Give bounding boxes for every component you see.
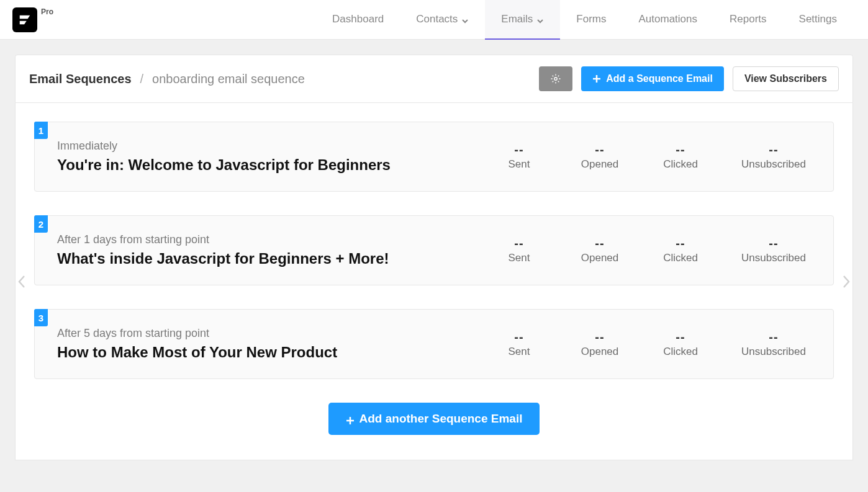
sequence-title: You're in: Welcome to Javascript for Beg… xyxy=(57,156,482,174)
stat-value: -- xyxy=(494,143,544,157)
stat-label: Clicked xyxy=(656,252,705,264)
sequence-number-badge: 1 xyxy=(34,122,48,139)
sequence-timing: Immediately xyxy=(57,140,482,153)
stat-unsubscribed: -- Unsubscribed xyxy=(736,143,811,171)
stat-opened: -- Opened xyxy=(575,330,625,358)
sequence-number-badge: 2 xyxy=(34,215,48,233)
main-nav: Dashboard Contacts Emails Forms Automati… xyxy=(316,0,853,40)
sequence-title: How to Make Most of Your New Product xyxy=(57,344,482,361)
add-sequence-email-button[interactable]: Add a Sequence Email xyxy=(581,66,724,91)
stat-value: -- xyxy=(656,143,705,157)
view-subscribers-button[interactable]: View Subscribers xyxy=(733,66,839,91)
stat-label: Unsubscribed xyxy=(736,346,811,358)
pro-badge: Pro xyxy=(41,7,53,16)
stat-value: -- xyxy=(656,236,705,251)
stat-value: -- xyxy=(656,330,705,344)
stat-value: -- xyxy=(736,143,811,157)
button-label: Add another Sequence Email xyxy=(359,412,523,426)
stat-value: -- xyxy=(494,236,544,251)
stat-clicked: -- Clicked xyxy=(656,330,705,358)
sequence-info: After 1 days from starting point What's … xyxy=(57,233,482,267)
gear-icon xyxy=(550,73,561,84)
stat-label: Sent xyxy=(494,346,544,358)
plus-icon xyxy=(592,74,601,83)
chevron-right-icon xyxy=(841,274,851,289)
logo-icon xyxy=(18,13,32,27)
chevron-down-icon xyxy=(536,16,544,23)
nav-label: Settings xyxy=(799,13,837,25)
stat-sent: -- Sent xyxy=(494,236,544,264)
nav-contacts[interactable]: Contacts xyxy=(400,0,485,40)
page-body: Email Sequences / onboarding email seque… xyxy=(0,40,868,475)
button-label: Add a Sequence Email xyxy=(606,73,713,84)
nav-reports[interactable]: Reports xyxy=(713,0,783,40)
stat-label: Sent xyxy=(494,252,544,264)
stat-sent: -- Sent xyxy=(494,330,544,358)
nav-emails[interactable]: Emails xyxy=(485,0,560,40)
sequence-email-card[interactable]: 1 Immediately You're in: Welcome to Java… xyxy=(34,122,834,192)
sequence-email-card[interactable]: 2 After 1 days from starting point What'… xyxy=(34,215,834,285)
footer-action: Add another Sequence Email xyxy=(34,403,834,435)
prev-arrow[interactable] xyxy=(14,274,29,289)
sequence-timing: After 1 days from starting point xyxy=(57,233,482,246)
stat-value: -- xyxy=(575,330,625,344)
sequence-info: After 5 days from starting point How to … xyxy=(57,327,482,361)
top-nav: Pro Dashboard Contacts Emails Forms Auto… xyxy=(0,0,868,40)
sequence-stats: -- Sent -- Opened -- Clicked -- Unsubscr… xyxy=(494,236,811,264)
nav-label: Contacts xyxy=(416,13,458,25)
sequence-email-card[interactable]: 3 After 5 days from starting point How t… xyxy=(34,309,834,379)
next-arrow[interactable] xyxy=(839,274,854,289)
stat-value: -- xyxy=(575,236,625,251)
nav-settings[interactable]: Settings xyxy=(783,0,853,40)
button-label: View Subscribers xyxy=(744,73,827,84)
sequence-stats: -- Sent -- Opened -- Clicked -- Unsubscr… xyxy=(494,143,811,171)
stat-unsubscribed: -- Unsubscribed xyxy=(736,330,811,358)
stat-label: Unsubscribed xyxy=(736,252,811,264)
svg-point-0 xyxy=(554,78,558,81)
stat-label: Opened xyxy=(575,252,625,264)
sequence-list: 1 Immediately You're in: Welcome to Java… xyxy=(15,103,853,460)
add-another-sequence-email-button[interactable]: Add another Sequence Email xyxy=(328,403,540,435)
stat-value: -- xyxy=(736,236,811,251)
stat-label: Opened xyxy=(575,158,625,171)
plus-icon xyxy=(346,414,355,423)
nav-forms[interactable]: Forms xyxy=(560,0,622,40)
page-header: Email Sequences / onboarding email seque… xyxy=(15,55,853,103)
breadcrumb-separator: / xyxy=(140,72,144,86)
breadcrumb-current: onboarding email sequence xyxy=(152,72,305,86)
sequence-timing: After 5 days from starting point xyxy=(57,327,482,340)
sequence-stats: -- Sent -- Opened -- Clicked -- Unsubscr… xyxy=(494,330,811,358)
stat-unsubscribed: -- Unsubscribed xyxy=(736,236,811,264)
stat-label: Opened xyxy=(575,346,625,358)
nav-dashboard[interactable]: Dashboard xyxy=(316,0,400,40)
app-logo[interactable] xyxy=(12,7,37,32)
nav-label: Reports xyxy=(730,13,767,25)
stat-label: Sent xyxy=(494,158,544,171)
sequence-title: What's inside Javascript for Beginners +… xyxy=(57,250,482,267)
breadcrumb-root[interactable]: Email Sequences xyxy=(29,72,132,86)
sequence-number-badge: 3 xyxy=(34,309,48,326)
stat-opened: -- Opened xyxy=(575,143,625,171)
stat-opened: -- Opened xyxy=(575,236,625,264)
stat-label: Clicked xyxy=(656,158,705,171)
stat-value: -- xyxy=(736,330,811,344)
nav-label: Automations xyxy=(639,13,698,25)
stat-sent: -- Sent xyxy=(494,143,544,171)
nav-label: Dashboard xyxy=(332,13,384,25)
chevron-down-icon xyxy=(461,16,469,23)
sequence-info: Immediately You're in: Welcome to Javasc… xyxy=(57,140,482,174)
nav-label: Forms xyxy=(576,13,606,25)
stat-clicked: -- Clicked xyxy=(656,236,705,264)
stat-label: Unsubscribed xyxy=(736,158,811,171)
stat-label: Clicked xyxy=(656,346,705,358)
nav-label: Emails xyxy=(501,13,533,25)
nav-automations[interactable]: Automations xyxy=(623,0,714,40)
chevron-left-icon xyxy=(17,274,27,289)
stat-clicked: -- Clicked xyxy=(656,143,705,171)
logo-area: Pro xyxy=(12,7,53,32)
stat-value: -- xyxy=(494,330,544,344)
settings-button[interactable] xyxy=(539,66,572,91)
stat-value: -- xyxy=(575,143,625,157)
